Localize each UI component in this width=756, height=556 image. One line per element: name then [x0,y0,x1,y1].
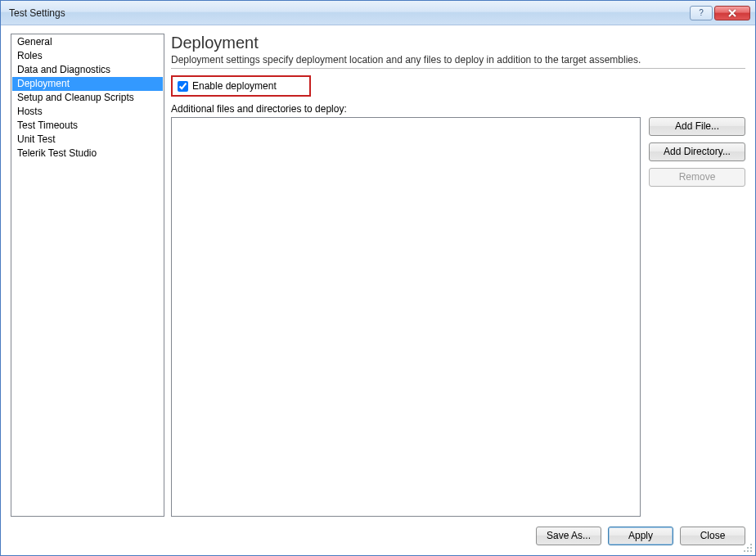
help-button[interactable]: ? [690,6,713,20]
titlebar: Test Settings ? [1,1,755,25]
page-heading: Deployment [171,34,745,52]
main-row: General Roles Data and Diagnostics Deplo… [11,34,745,517]
close-window-button[interactable] [714,6,750,20]
apply-button[interactable]: Apply [608,527,673,545]
svg-point-1 [747,547,749,549]
additional-files-label: Additional files and directories to depl… [171,103,745,115]
remove-button: Remove [649,168,745,187]
sidebar-item-test-timeouts[interactable]: Test Timeouts [12,119,163,133]
test-settings-dialog: Test Settings ? General Roles Data and D… [0,0,756,556]
resize-grip-icon [742,542,754,554]
content-pane: Deployment Deployment settings specify d… [171,34,745,517]
add-directory-button[interactable]: Add Directory... [649,142,745,161]
sidebar-item-hosts[interactable]: Hosts [12,105,163,119]
sidebar-item-unit-test[interactable]: Unit Test [12,133,163,147]
window-title: Test Settings [9,7,688,19]
resize-grip[interactable] [742,542,754,554]
add-file-button[interactable]: Add File... [649,117,745,136]
svg-point-3 [744,550,745,552]
enable-deployment-row: Enable deployment [171,75,311,97]
svg-point-5 [750,550,752,552]
sidebar-item-roles[interactable]: Roles [12,49,163,63]
help-icon: ? [699,8,704,17]
list-buttons-column: Add File... Add Directory... Remove [649,117,745,517]
svg-point-4 [747,550,749,552]
svg-point-2 [750,547,752,549]
dialog-footer: Save As... Apply Close [11,517,745,545]
enable-deployment-checkbox[interactable] [178,81,188,92]
sidebar-item-general[interactable]: General [12,35,163,49]
window-controls: ? [688,6,750,20]
additional-files-list[interactable] [171,117,641,517]
enable-deployment-label: Enable deployment [192,80,277,92]
sidebar-item-deployment[interactable]: Deployment [12,77,163,91]
content-columns: Add File... Add Directory... Remove [171,117,745,517]
save-as-button[interactable]: Save As... [536,527,601,545]
dialog-body: General Roles Data and Diagnostics Deplo… [1,25,755,555]
close-icon [727,9,737,17]
sidebar-item-setup-cleanup[interactable]: Setup and Cleanup Scripts [12,91,163,105]
category-list[interactable]: General Roles Data and Diagnostics Deplo… [11,34,164,517]
svg-point-0 [750,544,752,545]
close-button[interactable]: Close [680,527,745,545]
page-description: Deployment settings specify deployment l… [171,54,745,69]
sidebar-item-data-diagnostics[interactable]: Data and Diagnostics [12,63,163,77]
sidebar-item-telerik[interactable]: Telerik Test Studio [12,147,163,160]
